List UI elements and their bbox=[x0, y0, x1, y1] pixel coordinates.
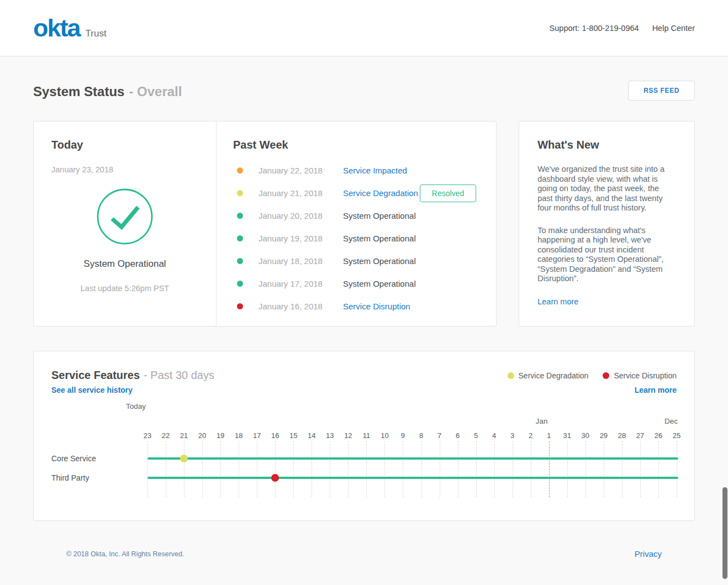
day-tick-19: 19 bbox=[217, 431, 224, 440]
row-label-core-service: Core Service bbox=[51, 454, 96, 463]
status-link[interactable]: Service Impacted bbox=[343, 166, 407, 175]
day-tick-30: 30 bbox=[582, 431, 589, 440]
gridline-26 bbox=[658, 441, 659, 497]
incident-date: January 16, 2018 bbox=[259, 302, 343, 311]
day-tick-26: 26 bbox=[655, 431, 662, 440]
gridline-22 bbox=[166, 441, 166, 497]
okta-logo[interactable]: okta bbox=[33, 15, 80, 40]
day-tick-31: 31 bbox=[563, 431, 571, 440]
service-features-card: Service Features - Past 30 days Service … bbox=[33, 351, 695, 521]
gridline-14 bbox=[312, 441, 312, 497]
whats-new-learn-more-link[interactable]: Learn more bbox=[537, 297, 578, 306]
incident-date: January 19, 2018 bbox=[259, 234, 343, 243]
status-text: System Operational bbox=[343, 234, 416, 243]
incident-date: January 21, 2018 bbox=[259, 188, 343, 198]
gridline-7 bbox=[440, 441, 440, 497]
gridline-28 bbox=[622, 441, 623, 497]
gridline-10 bbox=[384, 441, 385, 497]
day-tick-18: 18 bbox=[235, 431, 242, 440]
gridline-21 bbox=[184, 441, 184, 497]
day-tick-14: 14 bbox=[308, 431, 315, 440]
gridline-2 bbox=[531, 441, 531, 497]
day-tick-1: 1 bbox=[547, 431, 551, 440]
service-features-title: Service Features - Past 30 days bbox=[51, 369, 214, 382]
incident-date: January 22, 2018 bbox=[259, 166, 343, 175]
see-all-service-history-link[interactable]: See all service history bbox=[51, 386, 133, 394]
gridline-12 bbox=[348, 441, 349, 497]
day-tick-10: 10 bbox=[381, 431, 388, 440]
status-text: System Operational bbox=[343, 279, 416, 288]
gridline-27 bbox=[640, 441, 641, 497]
legend-item-service-degradation: Service Degradation bbox=[508, 371, 589, 380]
day-tick-8: 8 bbox=[419, 431, 423, 440]
status-dot bbox=[237, 167, 243, 173]
gridline-5 bbox=[476, 441, 477, 497]
gridline-20 bbox=[202, 441, 203, 497]
logo-suffix-trust: Trust bbox=[86, 28, 107, 39]
today-heading: Today bbox=[51, 139, 198, 151]
whats-new-heading: What's New bbox=[537, 139, 676, 151]
status-text: System Operational bbox=[343, 256, 416, 266]
page-subtitle: - Overall bbox=[129, 84, 182, 99]
vertical-scrollbar-thumb[interactable] bbox=[722, 487, 727, 579]
service-features-learn-more-link[interactable]: Learn more bbox=[635, 386, 677, 394]
day-tick-13: 13 bbox=[326, 431, 334, 440]
past-week-row: January 17, 2018System Operational bbox=[233, 272, 479, 295]
day-tick-7: 7 bbox=[437, 431, 441, 440]
past-week-row: January 19, 2018System Operational bbox=[233, 227, 479, 250]
gridline-6 bbox=[458, 441, 458, 497]
legend-item-service-disruption: Service Disruption bbox=[603, 371, 677, 380]
gridline-9 bbox=[403, 441, 403, 497]
status-text: System Operational bbox=[343, 211, 416, 220]
header-right: Support: 1-800-219-0964 Help Center bbox=[550, 24, 695, 33]
day-tick-22: 22 bbox=[162, 431, 170, 440]
row-label-third-party: Third Party bbox=[51, 473, 89, 482]
logo[interactable]: okta Trust bbox=[33, 15, 107, 40]
day-tick-11: 11 bbox=[363, 431, 371, 440]
gridline-29 bbox=[604, 441, 604, 497]
status-dot bbox=[237, 190, 243, 196]
privacy-link[interactable]: Privacy bbox=[635, 549, 662, 558]
day-tick-16: 16 bbox=[271, 431, 279, 440]
month-label-jan: Jan bbox=[536, 417, 548, 425]
gridline-1 bbox=[549, 441, 550, 497]
status-link[interactable]: Service Degradation bbox=[343, 188, 418, 198]
day-tick-27: 27 bbox=[636, 431, 644, 440]
day-tick-23: 23 bbox=[144, 431, 151, 440]
day-tick-2: 2 bbox=[529, 431, 532, 440]
whats-new-card: What's New We've organized the trust sit… bbox=[519, 121, 695, 326]
rss-feed-button[interactable]: RSS FEED bbox=[628, 81, 695, 101]
status-dot bbox=[237, 281, 243, 287]
page-main: System Status- Overall RSS FEED Today Ja… bbox=[0, 80, 728, 558]
whats-new-paragraph: To make understanding what's happening a… bbox=[537, 226, 676, 284]
page-title: System Status bbox=[33, 84, 124, 99]
gridline-15 bbox=[293, 441, 294, 497]
page-heading: System Status- Overall bbox=[33, 80, 182, 101]
day-tick-6: 6 bbox=[456, 431, 460, 440]
past-week-rows: January 22, 2018Service ImpactedJanuary … bbox=[233, 159, 479, 318]
gridline-25 bbox=[677, 441, 677, 497]
service-features-subtitle: - Past 30 days bbox=[144, 369, 214, 382]
chart-plot-area: 2322212019181716151413121110987654321313… bbox=[147, 402, 677, 505]
incident-dot-core-service-21[interactable] bbox=[180, 455, 188, 462]
site-footer: © 2018 Okta, Inc. All Rights Reserved. P… bbox=[66, 549, 662, 558]
day-tick-3: 3 bbox=[510, 431, 514, 440]
day-tick-15: 15 bbox=[289, 431, 297, 440]
past-week-row: January 22, 2018Service Impacted bbox=[233, 159, 479, 182]
incident-dot-third-party-16[interactable] bbox=[271, 474, 279, 482]
service-features-heading: Service Features bbox=[51, 369, 140, 382]
help-center-link[interactable]: Help Center bbox=[652, 24, 695, 33]
day-tick-21: 21 bbox=[180, 431, 188, 440]
past-week-row: January 18, 2018System Operational bbox=[233, 250, 479, 272]
day-tick-9: 9 bbox=[401, 431, 405, 440]
support-phone: Support: 1-800-219-0964 bbox=[550, 24, 639, 33]
status-link[interactable]: Service Disruption bbox=[343, 302, 410, 311]
today-status-text: System Operational bbox=[51, 259, 198, 270]
day-tick-25: 25 bbox=[673, 431, 680, 440]
gridline-16 bbox=[275, 441, 276, 497]
status-dot bbox=[237, 258, 243, 264]
incident-date: January 18, 2018 bbox=[259, 256, 343, 266]
operational-check-icon bbox=[96, 188, 154, 245]
today-date: January 23, 2018 bbox=[51, 165, 198, 174]
status-dot bbox=[237, 213, 243, 219]
